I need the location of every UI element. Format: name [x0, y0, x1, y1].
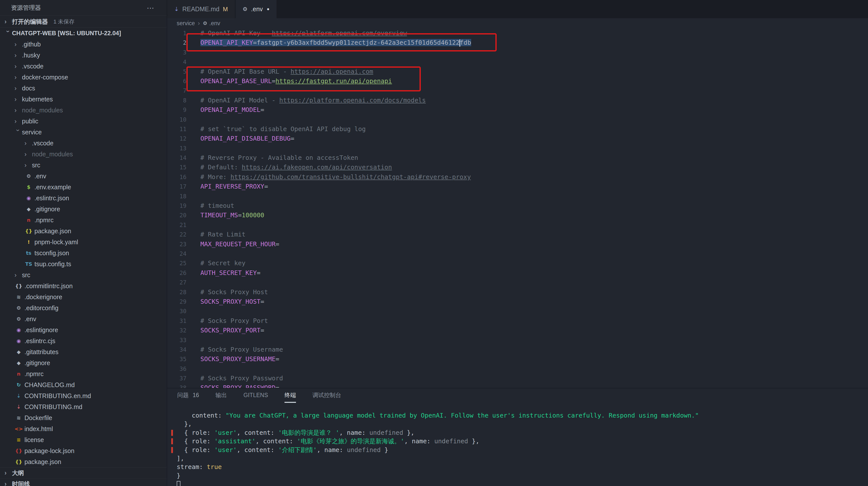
code-line[interactable]: 32SOCKS_PROXY_PORT= — [167, 326, 868, 335]
code-line[interactable]: 23MAX_REQUEST_PER_HOUR= — [167, 239, 868, 249]
code-line[interactable]: 25# Secret key — [167, 258, 868, 268]
line-number: 27 — [167, 278, 186, 287]
code-line[interactable]: 13 — [167, 144, 868, 153]
outline-section-header[interactable]: › 大纲 — [0, 467, 167, 478]
code-line[interactable]: 20TIMEOUT_MS=100000 — [167, 210, 868, 220]
breadcrumb-item[interactable]: ⚙.env — [203, 20, 220, 27]
tree-item[interactable]: ◆.gitignore — [0, 358, 167, 368]
tree-item[interactable]: ›service — [0, 126, 167, 138]
code-line[interactable]: 7 — [167, 86, 868, 95]
code-line[interactable]: 15# Default: https://ai.fakeopen.com/api… — [167, 163, 868, 172]
tree-item[interactable]: n.npmrc — [0, 368, 167, 379]
tree-item[interactable]: ↻CHANGELOG.md — [0, 379, 167, 390]
line-number: 8 — [167, 96, 186, 105]
tree-item[interactable]: ≋.dockerignore — [0, 291, 167, 303]
tree-item[interactable]: ⚙.editorconfig — [0, 303, 167, 313]
tree-item[interactable]: ›docs — [0, 83, 167, 94]
code-line[interactable]: 17API_REVERSE_PROXY= — [167, 182, 868, 191]
tree-item[interactable]: ⚙.env — [0, 171, 167, 181]
unsaved-count-badge: 1 未保存 — [54, 18, 74, 26]
tree-item[interactable]: {}package.json — [0, 226, 167, 236]
tree-item[interactable]: ≋Dockerfile — [0, 412, 167, 423]
tree-item[interactable]: {}package.json — [0, 456, 167, 467]
code-line[interactable]: 24 — [167, 249, 868, 258]
docker-icon: ≋ — [14, 294, 23, 300]
tree-item[interactable]: ⇣CONTRIBUTING.md — [0, 401, 167, 412]
code-line[interactable]: 28# Socks Proxy Host — [167, 287, 868, 297]
panel-tab[interactable]: 问题16 — [177, 388, 199, 403]
tree-item[interactable]: ›src — [0, 160, 167, 171]
code-line[interactable]: 10 — [167, 115, 868, 124]
code-line[interactable]: 26AUTH_SECRET_KEY= — [167, 268, 868, 278]
code-line[interactable]: 11# set `true` to disable OpenAI API deb… — [167, 124, 868, 134]
tree-item[interactable]: ◉.eslintignore — [0, 324, 167, 335]
code-line[interactable]: 9OPENAI_API_MODEL= — [167, 105, 868, 115]
code-line[interactable]: 19# timeout — [167, 201, 868, 210]
tree-item[interactable]: ⇣CONTRIBUTING.en.md — [0, 390, 167, 401]
tree-item[interactable]: ›docker-compose — [0, 72, 167, 83]
editor-tab[interactable]: ⚙.env● — [236, 0, 277, 18]
panel-tab[interactable]: 输出 — [216, 388, 227, 403]
code-line[interactable]: 33 — [167, 335, 868, 345]
code-line[interactable]: 31# Socks Proxy Port — [167, 316, 868, 326]
more-actions-icon[interactable]: ⋯ — [147, 3, 155, 12]
tree-item[interactable]: ›.husky — [0, 50, 167, 61]
tree-item[interactable]: ›public — [0, 116, 167, 126]
tree-item[interactable]: ⚙.env — [0, 313, 167, 324]
code-line[interactable]: 8# OpenAI API Model - https://platform.o… — [167, 96, 868, 105]
open-editors-header[interactable]: › 打开的编辑器 1 未保存 — [0, 16, 167, 27]
tree-item[interactable]: ›node_modules — [0, 105, 167, 116]
tree-item[interactable]: ›.vscode — [0, 61, 167, 72]
code-line[interactable]: 4 — [167, 57, 868, 67]
workspace-root-header[interactable]: › CHATGPT-WEB [WSL: UBUNTU-22.04] — [0, 27, 167, 39]
code-line[interactable]: 34# Socks Proxy Username — [167, 345, 868, 354]
code-line[interactable]: 27 — [167, 278, 868, 287]
tree-item[interactable]: ≡license — [0, 434, 167, 445]
tree-item[interactable]: TStsup.config.ts — [0, 258, 167, 269]
code-line[interactable]: 16# More: https://github.com/transitive-… — [167, 172, 868, 182]
tree-item[interactable]: ›kubernetes — [0, 94, 167, 105]
code-line[interactable]: 2OPENAI_API_KEY=fastgpt-y6b3axfbdd5wyp01… — [167, 38, 868, 48]
tree-item[interactable]: {}package-lock.json — [0, 445, 167, 456]
code-line[interactable]: 3 — [167, 48, 868, 57]
tree-item[interactable]: ◉.eslintrc.cjs — [0, 335, 167, 346]
tree-item[interactable]: ◆.gitignore — [0, 204, 167, 215]
code-line[interactable]: 21 — [167, 220, 868, 230]
code-line[interactable]: 29SOCKS_PROXY_HOST= — [167, 297, 868, 307]
code-line[interactable]: 36 — [167, 364, 868, 374]
code-line[interactable]: 14# Reverse Proxy - Available on accessT… — [167, 153, 868, 163]
editor-tab[interactable]: ⇣README.mdM — [167, 0, 235, 18]
tree-item[interactable]: ›.vscode — [0, 138, 167, 149]
tree-item[interactable]: ›node_modules — [0, 149, 167, 160]
code-line[interactable]: 12OPENAI_API_DISABLE_DEBUG= — [167, 134, 868, 143]
code-line[interactable]: 30 — [167, 307, 868, 316]
panel-tab[interactable]: 调试控制台 — [312, 388, 341, 403]
tree-item-label: node_modules — [32, 151, 73, 158]
code-line[interactable]: 18 — [167, 192, 868, 201]
line-number: 31 — [167, 316, 186, 326]
code-line[interactable]: 6OPENAI_API_BASE_URL=https://fastgpt.run… — [167, 77, 868, 86]
code-line[interactable]: 5# OpenAI API Base URL - https://api.ope… — [167, 67, 868, 77]
tree-item[interactable]: !pnpm-lock.yaml — [0, 236, 167, 248]
code-editor[interactable]: 1# OpenAI API Key - https://platform.ope… — [167, 28, 868, 388]
panel-tab[interactable]: 终端 — [284, 388, 296, 403]
tree-item[interactable]: n.npmrc — [0, 215, 167, 226]
tree-item[interactable]: ◉.eslintrc.json — [0, 193, 167, 204]
tree-item[interactable]: <>index.html — [0, 423, 167, 434]
timeline-section-header[interactable]: › 时间线 — [0, 478, 167, 486]
tree-item[interactable]: ›.github — [0, 39, 167, 50]
terminal[interactable]: content: "You are ChatGPT, a large langu… — [167, 403, 868, 486]
code-line[interactable]: 1# OpenAI API Key - https://platform.ope… — [167, 28, 868, 38]
code-line[interactable]: 38SOCKS_PROXY_PASSWORD= — [167, 383, 868, 388]
code-line[interactable]: 37# Socks Proxy Password — [167, 374, 868, 383]
tree-item[interactable]: ›src — [0, 269, 167, 281]
tree-item[interactable]: ◆.gitattributes — [0, 346, 167, 358]
breadcrumb-item[interactable]: service — [177, 20, 195, 27]
tree-item[interactable]: $.env.example — [0, 181, 167, 193]
tree-item[interactable]: {}.commitlintrc.json — [0, 281, 167, 291]
markdown-icon: ⇣ — [174, 6, 179, 12]
code-line[interactable]: 35SOCKS_PROXY_USERNAME= — [167, 354, 868, 364]
tree-item[interactable]: tstsconfig.json — [0, 248, 167, 258]
panel-tab[interactable]: GITLENS — [244, 388, 268, 403]
code-line[interactable]: 22# Rate Limit — [167, 230, 868, 239]
